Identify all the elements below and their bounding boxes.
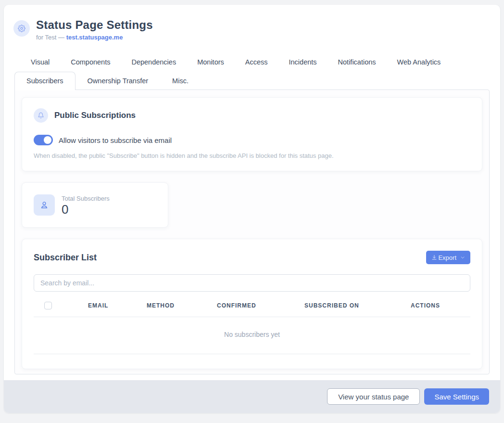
tab-incidents[interactable]: Incidents [278, 55, 328, 70]
subtitle-prefix: for Test — [36, 34, 66, 41]
subscribers-panel: Public Subscriptions Allow visitors to s… [14, 90, 490, 374]
footer-action-bar: View your status page Save Settings [4, 380, 500, 413]
tab-subscribers[interactable]: Subscribers [14, 72, 76, 90]
subscriber-table-header: EMAIL METHOD CONFIRMED SUBSCRIBED ON ACT… [34, 302, 470, 317]
gear-icon [13, 20, 30, 37]
column-header-email: EMAIL [88, 302, 147, 309]
export-button-label: Export [438, 254, 456, 261]
total-subscribers-card: Total Subscribers 0 [22, 182, 168, 228]
chevron-down-icon [460, 255, 465, 260]
tab-bar-secondary: Subscribers Ownership Transfer Misc. [14, 72, 490, 90]
status-page-settings-card: Status Page Settings for Test — test.sta… [4, 5, 500, 413]
subscribe-toggle[interactable] [34, 135, 53, 145]
public-subscriptions-card: Public Subscriptions Allow visitors to s… [22, 97, 482, 171]
column-header-confirmed: CONFIRMED [217, 302, 304, 309]
toggle-helper-text: When disabled, the public "Subscribe" bu… [34, 152, 470, 159]
page-subtitle: for Test — test.statuspage.me [36, 34, 153, 41]
empty-state-message: No subscribers yet [34, 317, 470, 354]
toggle-knob [44, 136, 51, 144]
stat-label: Total Subscribers [62, 195, 110, 202]
section-title-public-subscriptions: Public Subscriptions [54, 111, 136, 120]
view-status-page-button[interactable]: View your status page [327, 388, 420, 405]
column-header-subscribed-on: SUBSCRIBED ON [304, 302, 411, 309]
tab-bar-primary: Visual Components Dependencies Monitors … [20, 55, 490, 70]
search-input[interactable] [34, 274, 470, 292]
tab-monitors[interactable]: Monitors [187, 55, 235, 70]
status-page-link[interactable]: test.statuspage.me [66, 34, 123, 41]
tab-components[interactable]: Components [60, 55, 121, 70]
save-settings-button[interactable]: Save Settings [424, 388, 489, 405]
tab-dependencies[interactable]: Dependencies [121, 55, 187, 70]
download-icon [431, 255, 437, 260]
column-header-method: METHOD [147, 302, 217, 309]
page-title: Status Page Settings [36, 18, 153, 32]
column-header-actions: ACTIONS [411, 302, 470, 309]
subscriber-list-title: Subscriber List [34, 253, 97, 263]
export-button[interactable]: Export [426, 251, 470, 264]
subscriber-list-card: Subscriber List Export EMAIL M [22, 239, 482, 369]
tab-visual[interactable]: Visual [20, 55, 60, 70]
page-header: Status Page Settings for Test — test.sta… [4, 5, 500, 41]
tab-notifications[interactable]: Notifications [328, 55, 387, 70]
person-icon [34, 194, 55, 216]
select-all-checkbox[interactable] [44, 302, 52, 309]
footer-spacer [4, 374, 500, 380]
toggle-label: Allow visitors to subscribe via email [59, 136, 172, 144]
bell-icon [34, 108, 48, 123]
tab-access[interactable]: Access [235, 55, 278, 70]
tab-ownership-transfer[interactable]: Ownership Transfer [76, 72, 161, 90]
tab-web-analytics[interactable]: Web Analytics [387, 55, 452, 70]
stat-value: 0 [62, 203, 110, 216]
tab-misc[interactable]: Misc. [160, 72, 201, 90]
